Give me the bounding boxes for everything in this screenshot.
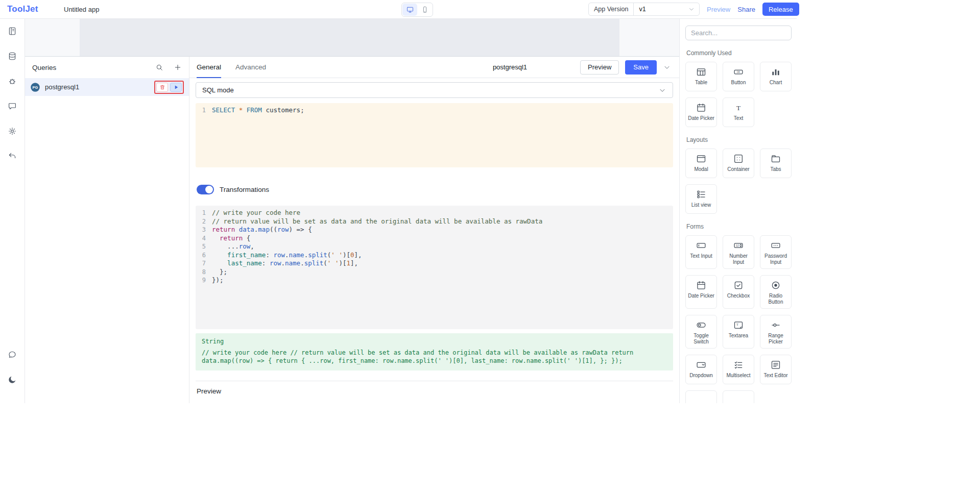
code-line: 1SELECT * FROM customers; [196,106,673,115]
code-line: 8 }; [196,268,673,277]
desktop-toggle-button[interactable] [402,4,417,16]
widget-card-dropdown[interactable]: Dropdown [685,355,717,384]
widget-label: Number Input [724,253,753,265]
text-icon: T [733,103,744,113]
svg-text:OK: OK [737,71,740,73]
widget-card-button[interactable]: OKButton [723,62,754,91]
query-save-button[interactable]: Save [625,60,657,75]
widget-label: Radio Button [761,293,790,305]
widget-label: Textarea [729,333,748,339]
widget-card-text-input[interactable]: Text Input [685,235,717,269]
canvas-page[interactable] [80,19,619,56]
sql-mode-select[interactable]: SQL mode [196,82,673,98]
tab-advanced[interactable]: Advanced [235,57,266,78]
widget-card-list-view[interactable]: List view [685,184,717,214]
text-editor-icon [771,360,781,370]
widget-label: Button [731,80,746,86]
settings-rail-button[interactable] [4,123,20,139]
widget-label: Chart [770,80,782,86]
tab-general[interactable]: General [197,57,221,78]
undo-icon [8,152,17,161]
database-rail-button[interactable] [4,48,20,64]
chevron-down-icon [663,63,671,71]
release-button[interactable]: Release [762,3,799,16]
comments-icon [8,102,17,111]
widget-label: Date Picker [688,293,714,299]
play-icon [173,84,179,90]
dropdown-icon [696,360,706,370]
app-name[interactable]: Untitled app [64,6,99,13]
search-icon [155,63,163,71]
share-button[interactable]: Share [737,6,755,13]
container-icon [733,154,744,164]
widget-card-partial[interactable] [723,390,754,403]
left-rail-top [4,23,20,347]
app-canvas[interactable] [25,19,679,56]
widget-card-container[interactable]: Container [723,149,754,178]
delete-query-button[interactable] [156,83,168,92]
line-number: 9 [196,276,212,285]
widget-card-number-input[interactable]: 12Number Input [723,235,754,269]
moon-icon [8,375,17,384]
calendar-icon [696,280,706,290]
widget-label: List view [691,202,711,208]
trash-icon [159,84,165,90]
topbar-actions: App Version v1 Preview Share Release [588,3,799,16]
app-preview-button[interactable]: Preview [707,6,730,13]
js-editor[interactable]: 1// write your code here2// return value… [196,206,673,329]
svg-text:T: T [736,104,740,112]
widget-card-textarea[interactable]: TTextarea [723,315,754,349]
left-rail-bottom [4,347,20,388]
query-actions-highlight [154,81,184,94]
collapse-query-panel-button[interactable] [663,63,671,71]
code-line: 1// write your code here [196,209,673,217]
widget-card-partial[interactable] [685,390,717,403]
transformation-result: String // write your code here // return… [196,333,673,370]
svg-text:PG: PG [33,85,38,90]
query-editor-body: SQL mode 1SELECT * FROM customers; Trans… [189,78,679,403]
widget-card-toggle-switch[interactable]: Toggle Switch [685,315,717,349]
line-number: 1 [196,106,212,115]
widget-card-checkbox[interactable]: Checkbox [723,275,754,309]
sql-editor[interactable]: 1SELECT * FROM customers; [196,103,673,167]
preview-section-header[interactable]: Preview [196,381,673,401]
widget-search-input[interactable] [691,29,786,37]
widget-card-modal[interactable]: Modal [685,149,717,178]
queries-title: Queries [32,64,145,71]
widget-sections: Commonly UsedTableOKButtonChartDate Pick… [685,50,792,403]
pages-rail-button[interactable] [4,23,20,39]
widget-card-date-picker[interactable]: Date Picker [685,275,717,309]
query-list-item[interactable]: PG postgresql1 [25,78,189,96]
widget-section-title: Forms [686,223,792,230]
queries-search-button[interactable] [155,63,163,71]
widget-label: Table [695,80,707,86]
widget-card-table[interactable]: Table [685,62,717,91]
query-preview-button[interactable]: Preview [580,60,619,75]
chat-rail-button[interactable] [4,347,20,363]
add-query-button[interactable] [174,63,182,71]
widget-card-range-picker[interactable]: Range Picker [760,315,792,349]
comments-rail-button[interactable] [4,98,20,114]
mobile-toggle-button[interactable] [417,4,432,16]
widget-label: Tabs [770,166,781,172]
widget-card-chart[interactable]: Chart [760,62,792,91]
run-query-button[interactable] [170,83,182,92]
widget-card-password-input[interactable]: Password Input [760,235,792,269]
moon-rail-button[interactable] [4,372,20,388]
line-number: 1 [196,209,212,217]
widget-card-radio-button[interactable]: Radio Button [760,275,792,309]
number-input-icon: 12 [733,240,744,251]
widget-card-text[interactable]: TText [723,97,754,127]
tooljet-logo[interactable]: ToolJet [7,4,38,14]
widget-card-tabs[interactable]: Tabs [760,149,792,178]
widget-card-text-editor[interactable]: Text Editor [760,355,792,384]
phone-icon [421,6,428,13]
debugger-rail-button[interactable] [4,73,20,89]
undo-rail-button[interactable] [4,148,20,164]
widget-card-multiselect[interactable]: Multiselect [723,355,754,384]
widget-card-date-picker[interactable]: Date Picker [685,97,717,127]
radio-icon [771,280,781,290]
app-version-select[interactable]: App Version v1 [588,3,700,16]
transformations-toggle[interactable] [197,185,214,194]
line-number: 4 [196,234,212,243]
